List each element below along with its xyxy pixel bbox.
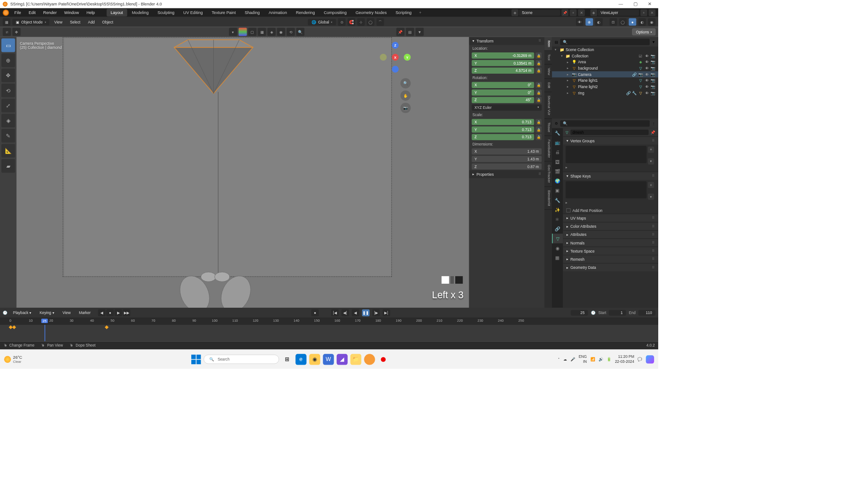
taskbar-weather[interactable]: 26°CClear [4,355,22,364]
menu-file[interactable]: File [11,9,24,17]
overlay-icon[interactable]: ◐ [595,18,603,26]
select-mode-icon[interactable]: ▾ [229,28,237,36]
axis-x-icon[interactable]: X [392,54,399,61]
maximize-button[interactable]: ▢ [629,0,641,8]
dropdown-icon[interactable]: ▾ [648,193,654,200]
misc-icon-2[interactable]: ◉ [277,28,285,36]
viewport-3d[interactable]: Camera Perspective (25) Collection | dia… [16,37,469,308]
blender-icon[interactable] [3,9,9,16]
color-attr-header[interactable]: ▸Color Attributes⠿ [563,222,658,230]
select-box-tool[interactable]: ▭ [1,38,15,52]
shading-wire-icon[interactable]: ◯ [619,18,627,26]
dim-x[interactable]: X1.43 m [472,148,542,155]
camera-icon[interactable]: 📷 [651,84,656,89]
eye-icon[interactable]: 👁 [645,66,650,70]
misc-icon-1[interactable]: ◈ [268,28,276,36]
normals-header[interactable]: ▸Normals⠿ [563,239,658,247]
timeline-ruler[interactable]: 0102030405060708090100110120130140150160… [0,318,658,325]
scene-browse-icon[interactable]: ◈ [511,9,518,16]
editor-type-icon[interactable]: ▦ [3,18,10,26]
scale-tool[interactable]: ⤢ [1,99,15,112]
timeline-type-icon[interactable]: 🕐 [3,310,8,315]
keyframe-icon[interactable] [12,325,16,329]
rot-y-input[interactable]: Y0° [472,89,534,96]
viewlayer-new-icon[interactable]: + [641,9,647,16]
visibility-icon[interactable]: 👁 [576,18,584,26]
minimize-button[interactable]: — [615,0,627,8]
autokey4-icon[interactable]: ▶▶ [123,309,131,316]
ntab-tissue[interactable]: Tissue [544,119,552,136]
loc-x-input[interactable]: X-0.31269 m [472,52,534,59]
lock-icon[interactable]: 🔒 [535,97,542,103]
tray-mic-icon[interactable]: 🎤 [571,357,576,361]
ntab-shortcut[interactable]: Shortcut VUr [544,92,552,119]
outliner-item[interactable]: ▸▽Plane light2▽👁📷 [552,84,658,90]
prev-key-icon[interactable]: ◀| [341,309,349,316]
dropdown-icon[interactable]: ▾ [648,158,654,164]
misc-icon-3[interactable]: ⟲ [287,28,295,36]
next-key-icon[interactable]: |▶ [372,309,380,316]
header-view[interactable]: View [52,19,65,25]
eye-icon[interactable]: 👁 [645,54,650,58]
loc-z-input[interactable]: Z4.5714 m [472,67,534,74]
annotate-tool[interactable]: ✎ [1,129,15,142]
prop-physics-icon[interactable]: ⚛ [552,215,563,224]
tab-animation[interactable]: Animation [264,9,291,17]
drag-icon[interactable]: ✥ [12,28,20,36]
add-workspace-button[interactable]: + [416,9,424,17]
layers-icon[interactable]: ▤ [406,28,414,36]
camera-icon[interactable]: 📷 [651,72,656,77]
rotate-tool[interactable]: ⟲ [1,84,15,97]
shading-render-icon[interactable]: ◉ [648,18,656,26]
timeline-marker[interactable]: Marker [76,310,93,315]
scl-x-input[interactable]: X0.713 [472,119,534,125]
app-icon[interactable]: ◢ [337,354,348,365]
prop-data-icon[interactable]: ▽ [552,234,563,243]
tray-lang[interactable]: ENGIN [579,355,587,364]
uv-maps-header[interactable]: ▸UV Maps⠿ [563,214,658,222]
viewlayer-browse-icon[interactable]: ◈ [590,9,597,16]
shading-matprev-icon[interactable]: ◐ [638,18,646,26]
ntab-item[interactable]: Item [544,37,552,51]
eye-icon[interactable]: 👁 [645,79,650,83]
tab-rendering[interactable]: Rendering [292,9,319,17]
close-button[interactable]: ✕ [644,0,656,8]
scene-collection-row[interactable]: ▾📁Scene Collection [552,47,658,53]
play-icon[interactable]: ▸ [563,164,649,172]
edge-icon[interactable]: e [296,354,307,365]
keyframe-icon[interactable] [105,325,109,329]
vertex-groups-header[interactable]: ▾Vertex Groups⠿ [563,136,658,145]
start-frame-input[interactable]: 1 [609,310,626,315]
tab-uvediting[interactable]: UV Editing [179,9,207,17]
clock-icon[interactable]: 🕐 [591,310,596,315]
outliner-item[interactable]: ▸▽ring🔗🔧▽👁📷 [552,90,658,96]
autokey2-icon[interactable]: ● [106,309,114,316]
pivot-icon[interactable]: ⊙ [338,18,346,26]
tool-settings-icon[interactable]: ⎚ [3,28,11,36]
ntab-blenderkit[interactable]: BlenderKit [544,187,552,210]
rot-z-input[interactable]: Z45° [472,97,534,103]
tray-copilot-icon[interactable] [646,355,654,363]
lock-icon[interactable]: 🔒 [535,89,542,96]
properties-type-icon[interactable]: ⚙ [555,121,558,126]
snap-target-icon[interactable]: ⊹ [357,18,365,26]
proportional-icon[interactable]: ◯ [367,18,374,26]
ntab-tool[interactable]: Tool [544,51,552,65]
tab-sculpting[interactable]: Sculpting [153,9,179,17]
geodata-header[interactable]: ▸Geometry Data⠿ [563,263,658,271]
eye-icon[interactable]: 👁 [645,60,650,64]
cursor-tool[interactable]: ⊕ [1,53,15,67]
outliner-item[interactable]: ▸💡Area◈👁📷 [552,59,658,65]
properties-search[interactable]: 🔍 [560,120,650,127]
ntab-view[interactable]: View [544,64,552,79]
menu-window[interactable]: Window [61,9,83,17]
lock-icon[interactable]: 🔒 [535,82,542,88]
ntab-facebuilder[interactable]: FaceBuilder [544,136,552,161]
timeline-playback[interactable]: Playback ▾ [10,310,34,316]
wireframe-icon[interactable]: ▦ [258,28,266,36]
play-icon[interactable]: ▸ [563,200,649,207]
color-icon[interactable] [239,28,247,36]
dim-y[interactable]: Y1.43 m [472,156,542,162]
add-icon[interactable]: + [648,182,654,188]
swatch-black[interactable] [455,276,463,284]
